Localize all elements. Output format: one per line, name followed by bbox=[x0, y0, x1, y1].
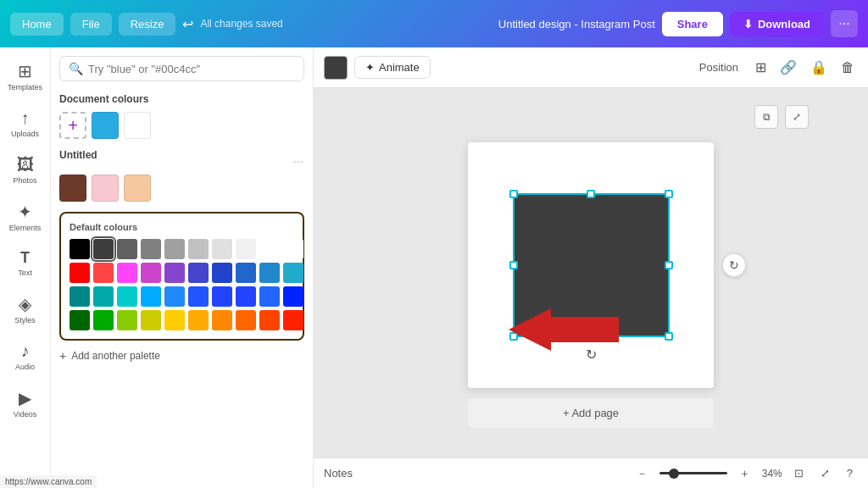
sidebar-item-styles[interactable]: ◈ Styles bbox=[3, 287, 48, 331]
default-color-16[interactable] bbox=[212, 263, 232, 283]
handle-tr[interactable] bbox=[665, 190, 673, 198]
zoom-slider[interactable] bbox=[659, 472, 727, 474]
default-color-39[interactable] bbox=[283, 310, 303, 330]
handle-tl[interactable] bbox=[509, 190, 518, 198]
color-search-input[interactable] bbox=[88, 63, 295, 75]
lock-icon-button[interactable]: 🔒 bbox=[807, 56, 831, 79]
fit-page-button[interactable]: ⊡ bbox=[789, 465, 809, 481]
sidebar-item-text[interactable]: T Text bbox=[3, 242, 48, 284]
photos-icon: 🖼 bbox=[17, 155, 34, 175]
add-page-button[interactable]: + Add page bbox=[468, 398, 714, 428]
file-button[interactable]: File bbox=[70, 13, 112, 36]
default-color-29[interactable] bbox=[283, 286, 303, 307]
default-color-20[interactable] bbox=[70, 286, 90, 307]
default-color-3[interactable] bbox=[141, 239, 161, 259]
link-icon-button[interactable]: 🔗 bbox=[776, 56, 800, 79]
default-color-37[interactable] bbox=[236, 310, 256, 330]
default-color-21[interactable] bbox=[93, 286, 114, 307]
sidebar-item-photos[interactable]: 🖼 Photos bbox=[3, 148, 48, 191]
element-color-indicator[interactable] bbox=[324, 56, 348, 80]
handle-br[interactable] bbox=[665, 332, 673, 341]
default-color-2[interactable] bbox=[117, 239, 137, 259]
default-color-38[interactable] bbox=[259, 310, 280, 330]
default-color-9[interactable] bbox=[283, 239, 303, 259]
add-color-button[interactable]: + bbox=[59, 112, 86, 139]
canvas-scroll[interactable]: ⧉ ⤢ ↻ ↻ + Add page bbox=[314, 88, 868, 458]
doc-color-1[interactable] bbox=[92, 112, 119, 139]
default-color-5[interactable] bbox=[188, 239, 209, 259]
home-button[interactable]: Home bbox=[10, 13, 64, 36]
default-color-30[interactable] bbox=[70, 310, 90, 330]
default-color-12[interactable] bbox=[117, 263, 137, 283]
palette-color-2[interactable] bbox=[92, 175, 119, 202]
copy-page-button[interactable]: ⧉ bbox=[754, 105, 778, 129]
help-button[interactable]: ? bbox=[842, 465, 858, 481]
zoom-out-button[interactable]: － bbox=[632, 464, 653, 483]
add-palette-button[interactable]: + Add another palette bbox=[59, 349, 304, 363]
handle-bl[interactable] bbox=[509, 332, 518, 341]
palette-color-1[interactable] bbox=[59, 175, 86, 202]
default-color-4[interactable] bbox=[164, 239, 185, 259]
default-color-17[interactable] bbox=[236, 263, 256, 283]
rotate-handle[interactable]: ↻ bbox=[586, 347, 597, 363]
default-color-0[interactable] bbox=[70, 239, 90, 259]
default-color-34[interactable] bbox=[164, 310, 185, 330]
color-search-box[interactable]: 🔍 bbox=[59, 56, 304, 81]
default-color-24[interactable] bbox=[164, 286, 185, 307]
animate-button[interactable]: ✦ Animate bbox=[354, 56, 431, 79]
expand-page-button[interactable]: ⤢ bbox=[785, 105, 809, 129]
palette-options-button[interactable]: … bbox=[292, 152, 304, 165]
sidebar-item-audio[interactable]: ♪ Audio bbox=[3, 335, 48, 378]
default-color-6[interactable] bbox=[212, 239, 232, 259]
default-color-27[interactable] bbox=[236, 286, 256, 307]
handle-tm[interactable] bbox=[587, 190, 595, 198]
default-color-7[interactable] bbox=[236, 239, 256, 259]
default-color-32[interactable] bbox=[117, 310, 137, 330]
handle-bm[interactable] bbox=[587, 332, 595, 341]
zoom-in-button[interactable]: ＋ bbox=[734, 464, 755, 483]
default-color-36[interactable] bbox=[212, 310, 232, 330]
resize-button[interactable]: Resize bbox=[119, 13, 176, 36]
doc-color-2[interactable] bbox=[124, 112, 151, 139]
trash-icon-button[interactable]: 🗑 bbox=[837, 57, 858, 79]
more-options-button[interactable]: ··· bbox=[831, 10, 858, 37]
default-color-18[interactable] bbox=[259, 263, 280, 283]
refresh-handle[interactable]: ↻ bbox=[722, 253, 746, 277]
default-color-14[interactable] bbox=[164, 263, 185, 283]
palette-color-3[interactable] bbox=[124, 175, 151, 202]
handle-mr[interactable] bbox=[665, 261, 673, 269]
default-color-11[interactable] bbox=[93, 263, 114, 283]
canvas-element[interactable]: ↻ bbox=[513, 193, 670, 337]
default-color-22[interactable] bbox=[117, 286, 137, 307]
sidebar-item-videos[interactable]: ▶ Videos bbox=[3, 381, 48, 425]
default-colors-box: Default colours bbox=[59, 212, 304, 341]
grid-icon-button[interactable]: ⊞ bbox=[752, 56, 770, 79]
default-color-31[interactable] bbox=[93, 310, 114, 330]
default-color-1[interactable] bbox=[93, 239, 114, 259]
sidebar-item-templates[interactable]: ⊞ Templates bbox=[3, 54, 48, 98]
handle-ml[interactable] bbox=[509, 261, 518, 269]
download-button[interactable]: ⬇ Download bbox=[730, 12, 824, 36]
default-color-25[interactable] bbox=[188, 286, 209, 307]
animate-icon: ✦ bbox=[365, 61, 375, 74]
default-color-8[interactable] bbox=[259, 239, 280, 259]
download-label: Download bbox=[758, 18, 810, 30]
design-canvas[interactable]: ↻ ↻ bbox=[468, 142, 714, 388]
default-color-19[interactable] bbox=[283, 263, 303, 283]
default-color-26[interactable] bbox=[212, 286, 232, 307]
default-color-28[interactable] bbox=[259, 286, 280, 307]
sidebar-item-elements[interactable]: ✦ Elements bbox=[3, 195, 48, 239]
default-color-13[interactable] bbox=[141, 263, 161, 283]
undo-button[interactable]: ↩ bbox=[182, 16, 193, 32]
fullscreen-button[interactable]: ⤢ bbox=[815, 465, 835, 481]
default-color-10[interactable] bbox=[70, 263, 90, 283]
default-color-23[interactable] bbox=[141, 286, 161, 307]
default-color-35[interactable] bbox=[188, 310, 209, 330]
main-layout: ⊞ Templates ↑ Uploads 🖼 Photos ✦ Element… bbox=[0, 47, 868, 488]
default-color-15[interactable] bbox=[188, 263, 209, 283]
sidebar-item-uploads[interactable]: ↑ Uploads bbox=[3, 102, 48, 145]
position-button[interactable]: Position bbox=[693, 58, 745, 77]
default-color-33[interactable] bbox=[141, 310, 161, 330]
share-button[interactable]: Share bbox=[662, 12, 723, 36]
videos-label: Videos bbox=[14, 410, 36, 419]
